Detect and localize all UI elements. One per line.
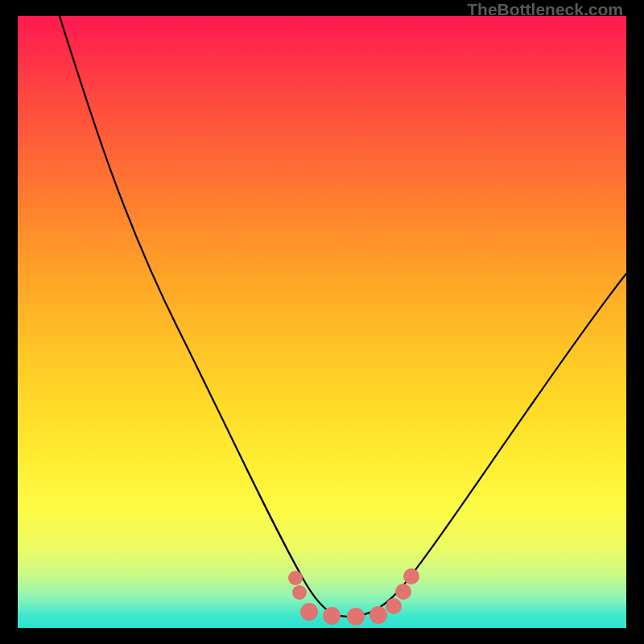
highlight-marker [347, 608, 365, 625]
highlight-marker [403, 568, 419, 584]
highlight-markers-group [288, 568, 419, 625]
highlight-marker [292, 585, 307, 600]
highlight-marker [288, 571, 303, 585]
highlight-marker [323, 607, 341, 625]
highlight-marker [300, 603, 318, 621]
highlight-marker [369, 606, 387, 624]
chart-frame [18, 16, 626, 628]
highlight-marker [386, 598, 402, 614]
highlight-marker [395, 584, 411, 600]
bottleneck-curve [60, 16, 626, 617]
chart-svg [18, 16, 626, 628]
watermark-text: TheBottleneck.com [467, 0, 623, 19]
